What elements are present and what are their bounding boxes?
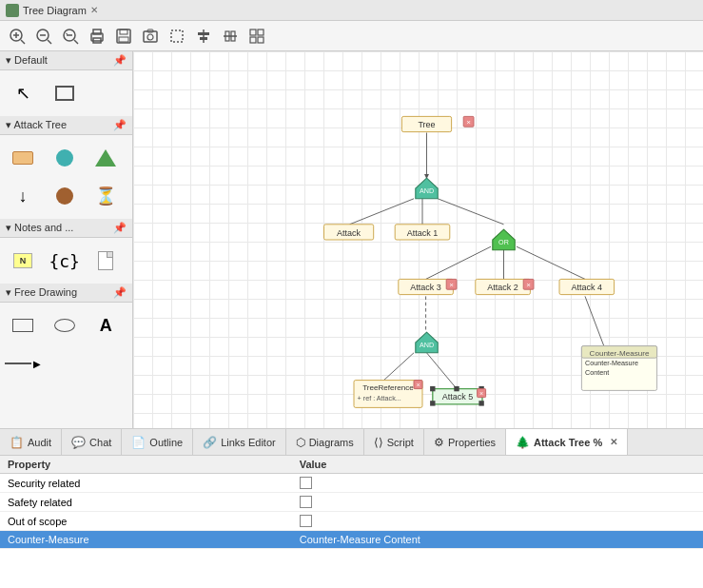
node-countermeasure-line1: Counter-Measure: [585, 359, 638, 367]
canvas-area[interactable]: Tree × AND Attack Attack 1 OR Attack 3 ×…: [133, 51, 703, 428]
links-editor-tab[interactable]: 🔗 Links Editor: [193, 429, 285, 455]
align-button[interactable]: [192, 25, 215, 48]
arrow-down-item[interactable]: ↓: [6, 179, 40, 213]
script-tab[interactable]: ⟨⟩ Script: [364, 429, 424, 455]
diagrams-label: Diagrams: [309, 437, 354, 448]
rect-select-item[interactable]: [48, 76, 82, 110]
diagrams-icon: ⬡: [296, 436, 305, 449]
teal-circle-item[interactable]: [48, 141, 82, 175]
print-button[interactable]: [86, 25, 108, 48]
handle-mr[interactable]: [478, 401, 483, 405]
brace-item[interactable]: {c}: [48, 244, 82, 278]
node-tree-label: Tree: [418, 120, 435, 129]
palette-section-attacktree[interactable]: ▾ Attack Tree 📌: [0, 116, 132, 135]
outline-tab[interactable]: 📄 Outline: [122, 429, 193, 455]
table-row[interactable]: Out of scope: [0, 512, 703, 531]
text-item[interactable]: A: [88, 308, 123, 343]
svg-rect-28: [258, 29, 264, 35]
zoom-fit-button[interactable]: [32, 25, 55, 48]
rect-shape: [12, 319, 33, 332]
palette-section-notes-pin[interactable]: 📌: [113, 222, 127, 234]
palette-section-notes-label: ▾ Notes and ...: [6, 222, 73, 234]
gate-or1-label: OR: [498, 238, 509, 246]
links-editor-label: Links Editor: [221, 437, 275, 448]
property-cell: Safety related: [0, 493, 292, 512]
table-row[interactable]: Security related: [0, 474, 703, 493]
cursor-icon: ↖: [16, 83, 30, 104]
value-column-header: Value: [292, 456, 703, 474]
node-attack-label: Attack: [337, 228, 361, 238]
orange-rect-item[interactable]: [6, 141, 40, 175]
arrange-button[interactable]: [245, 25, 268, 48]
audit-label: Audit: [28, 437, 51, 448]
node-attack5-label: Attack 5: [442, 392, 474, 402]
palette-section-default-pin[interactable]: 📌: [113, 54, 127, 67]
palette-section-notes[interactable]: ▾ Notes and ... 📌: [0, 219, 132, 238]
note-item[interactable]: N: [6, 244, 40, 278]
zoom-out-button[interactable]: [59, 25, 82, 48]
property-checkbox[interactable]: [300, 515, 312, 527]
handle-tl[interactable]: [430, 386, 435, 391]
property-checkbox[interactable]: [300, 477, 312, 489]
palette-section-default[interactable]: ▾ Default 📌: [0, 51, 132, 70]
palette-freedrawing-items: A ▶: [0, 303, 132, 386]
handle-tm[interactable]: [454, 386, 459, 391]
properties-label: Properties: [448, 437, 496, 448]
green-house-item[interactable]: [88, 141, 123, 175]
teal-circle-shape: [56, 149, 73, 167]
attack-tree-tab[interactable]: 🌲 Attack Tree % ✕: [506, 429, 628, 455]
properties-tab[interactable]: ⚙ Properties: [424, 429, 506, 455]
node-treeref-close-icon: ×: [416, 381, 420, 389]
svg-line-3: [21, 40, 25, 44]
zoom-in-button[interactable]: [6, 25, 29, 48]
table-row[interactable]: Counter-MeasureCounter-Measure Content: [0, 531, 703, 549]
title-bar-text: Tree Diagram: [23, 5, 87, 16]
hourglass-icon: ⏳: [95, 186, 116, 206]
palette-section-attacktree-label: ▾ Attack Tree: [6, 119, 67, 131]
tree-diagram-icon: [6, 4, 19, 17]
property-cell: Out of scope: [0, 512, 292, 531]
properties-table: Property Value Security relatedSafety re…: [0, 456, 703, 549]
chat-label: Chat: [89, 437, 111, 448]
attack-tree-icon: 🌲: [516, 436, 530, 449]
value-cell: [292, 512, 703, 531]
chat-icon: 💬: [71, 436, 86, 449]
select-cursor-item[interactable]: ↖: [6, 76, 40, 110]
table-row[interactable]: Safety related: [0, 493, 703, 512]
select-region-button[interactable]: [166, 25, 188, 48]
save-button[interactable]: [112, 25, 135, 48]
palette-notes-items: N {c}: [0, 238, 132, 284]
node-treeref-label: TreeReference: [362, 383, 414, 392]
brace-icon: {c}: [49, 251, 80, 271]
ellipse-item[interactable]: [48, 308, 82, 343]
brown-circle-item[interactable]: [48, 179, 82, 213]
svg-rect-23: [200, 37, 207, 40]
property-column-header: Property: [0, 456, 292, 474]
node-attack2-label: Attack 2: [487, 283, 518, 292]
audit-tab[interactable]: 📋 Audit: [0, 429, 62, 455]
node-attack2-close-icon: ×: [526, 281, 531, 289]
attack-tree-close[interactable]: ✕: [610, 437, 617, 447]
property-checkbox[interactable]: [300, 496, 312, 508]
title-bar: Tree Diagram ✕: [0, 0, 703, 21]
palette-section-freedrawing-pin[interactable]: 📌: [113, 286, 127, 299]
palette: ▾ Default 📌 ↖ ▾ Attack Tree 📌: [0, 51, 133, 428]
palette-section-freedrawing[interactable]: ▾ Free Drawing 📌: [0, 284, 132, 303]
line-item[interactable]: ▶: [6, 346, 40, 381]
chat-tab[interactable]: 💬 Chat: [62, 429, 122, 455]
handle-ml[interactable]: [430, 401, 435, 405]
svg-rect-27: [250, 29, 256, 35]
page-item[interactable]: [88, 244, 123, 278]
palette-section-attacktree-pin[interactable]: 📌: [113, 119, 127, 131]
diagrams-tab[interactable]: ⬡ Diagrams: [286, 429, 364, 455]
edge-or1-attack3: [426, 246, 491, 279]
node-tree-close-icon: ×: [466, 118, 471, 127]
outline-label: Outline: [149, 437, 183, 448]
value-cell: Counter-Measure Content: [292, 531, 703, 549]
rect-item[interactable]: [6, 308, 40, 343]
gate-and1-label: AND: [420, 186, 434, 195]
title-bar-close[interactable]: ✕: [90, 5, 98, 15]
hourglass-item[interactable]: ⏳: [88, 179, 123, 213]
screenshot-button[interactable]: [139, 25, 162, 48]
distribute-button[interactable]: [219, 25, 242, 48]
